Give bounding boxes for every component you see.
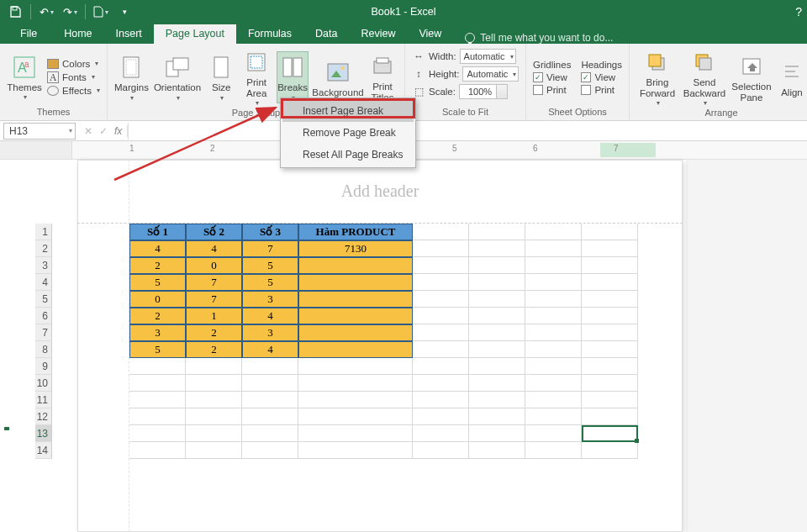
cell[interactable] (413, 375, 469, 392)
cell[interactable] (298, 425, 413, 442)
cell[interactable] (242, 408, 298, 425)
cell[interactable] (413, 224, 469, 240)
print-area-button[interactable]: Print Area▾ (241, 47, 272, 108)
cell[interactable]: 4 (186, 240, 242, 257)
cell-grid[interactable]: Số 1 Số 2 Số 3 Hàm PRODUCT 4477130205575… (129, 224, 638, 459)
row-header[interactable]: 1 (35, 224, 52, 240)
cell[interactable]: 3 (129, 324, 186, 341)
cell[interactable] (582, 358, 638, 375)
send-backward-button[interactable]: Send Backward▾ (683, 47, 725, 108)
cell[interactable] (582, 240, 638, 257)
width-combo[interactable]: Automatic (460, 49, 516, 64)
cell[interactable] (469, 308, 525, 324)
menu-reset-page-breaks[interactable]: Reset All Page Breaks (282, 144, 414, 166)
cell[interactable] (525, 224, 582, 240)
tab-file[interactable]: File (8, 24, 52, 44)
row-header[interactable]: 12 (35, 408, 52, 425)
cell[interactable] (582, 341, 638, 358)
cell[interactable]: 4 (242, 341, 298, 358)
height-combo[interactable]: Automatic (462, 66, 519, 82)
cell[interactable] (525, 358, 582, 375)
cell[interactable] (129, 408, 186, 425)
tab-page-layout[interactable]: Page Layout (154, 24, 236, 44)
cell[interactable] (186, 375, 242, 392)
align-button[interactable]: Align (778, 57, 806, 98)
row-header[interactable]: 13 (35, 425, 52, 442)
row-header[interactable]: 11 (35, 392, 52, 408)
cell[interactable] (525, 392, 582, 408)
cell[interactable] (413, 240, 469, 257)
cell[interactable]: 5 (129, 274, 186, 291)
cell[interactable] (186, 408, 242, 425)
cell[interactable] (525, 408, 582, 425)
size-button[interactable]: Size▾ (206, 52, 236, 102)
table-header[interactable]: Số 3 (242, 224, 298, 240)
cell[interactable]: 5 (242, 274, 298, 291)
gridlines-view-checkbox[interactable] (533, 72, 543, 82)
cell[interactable] (242, 392, 298, 408)
cell[interactable] (298, 291, 413, 308)
cell[interactable]: 5 (129, 341, 186, 358)
cell[interactable]: 3 (242, 291, 298, 308)
cell[interactable]: 4 (242, 308, 298, 324)
margins-button[interactable]: Margins▾ (114, 52, 149, 102)
row-header[interactable]: 4 (35, 274, 52, 291)
cell[interactable] (413, 324, 469, 341)
cell[interactable] (413, 442, 469, 459)
cell[interactable] (298, 442, 413, 459)
cell[interactable] (469, 425, 525, 442)
cell[interactable] (129, 392, 186, 408)
redo-button[interactable]: ↷▾ (60, 2, 80, 22)
save-button[interactable] (5, 2, 25, 22)
row-header[interactable]: 6 (35, 308, 52, 324)
cell[interactable] (582, 392, 638, 408)
page-header-placeholder[interactable]: Add header (77, 160, 683, 224)
cell[interactable]: 7 (242, 240, 298, 257)
formula-input[interactable] (128, 123, 807, 140)
bring-forward-button[interactable]: Bring Forward▾ (636, 47, 678, 108)
cell[interactable] (413, 257, 469, 274)
tab-review[interactable]: Review (349, 24, 407, 44)
cell[interactable] (525, 240, 582, 257)
cell[interactable] (298, 358, 413, 375)
headings-view-checkbox[interactable] (581, 72, 591, 82)
breaks-button[interactable]: Breaks▾ (277, 51, 309, 103)
cell[interactable]: 1 (186, 308, 242, 324)
row-header[interactable]: 10 (35, 375, 52, 392)
colors-button[interactable]: Colors▾ (47, 59, 100, 69)
cell[interactable] (242, 442, 298, 459)
cell[interactable] (525, 341, 582, 358)
cell[interactable]: 0 (186, 257, 242, 274)
orientation-button[interactable]: Orientation▾ (154, 52, 201, 102)
cell[interactable] (129, 358, 186, 375)
cell[interactable] (413, 308, 469, 324)
cell[interactable] (413, 408, 469, 425)
row-header[interactable]: 8 (35, 341, 52, 358)
cancel-formula-icon[interactable]: ✕ (84, 125, 92, 137)
cell[interactable]: 7 (186, 291, 242, 308)
cell[interactable] (582, 442, 638, 459)
ribbon-help-icon[interactable]: ? (795, 0, 802, 24)
cell[interactable] (469, 291, 525, 308)
cell[interactable] (525, 274, 582, 291)
cell[interactable] (298, 257, 413, 274)
cell[interactable] (413, 425, 469, 442)
cell[interactable] (582, 308, 638, 324)
cell[interactable] (242, 358, 298, 375)
gridlines-print-checkbox[interactable] (533, 85, 543, 95)
cell[interactable] (582, 291, 638, 308)
themes-button[interactable]: Aa Themes▾ (7, 52, 42, 102)
cell[interactable] (469, 442, 525, 459)
menu-insert-page-break[interactable]: Insert Page Break (282, 100, 414, 122)
cell[interactable] (469, 375, 525, 392)
cell[interactable] (413, 358, 469, 375)
tab-home[interactable]: Home (52, 24, 103, 44)
table-header[interactable]: Số 2 (186, 224, 242, 240)
cell[interactable] (129, 375, 186, 392)
new-doc-button[interactable]: ▾ (91, 2, 111, 22)
cell[interactable] (469, 392, 525, 408)
cell[interactable] (469, 257, 525, 274)
cell[interactable] (525, 324, 582, 341)
cell[interactable] (129, 442, 186, 459)
fonts-button[interactable]: AFonts▾ (47, 71, 100, 83)
